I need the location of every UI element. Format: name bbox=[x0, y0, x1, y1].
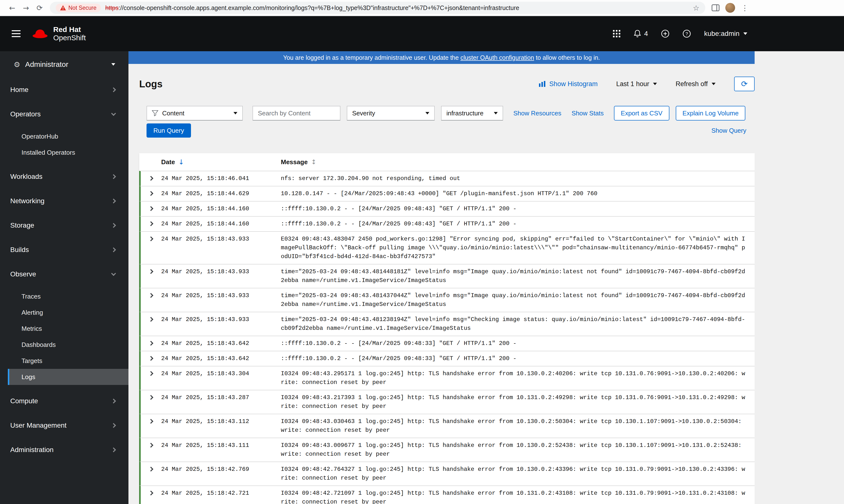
chevron-right-icon bbox=[111, 247, 116, 252]
side-panel-icon[interactable] bbox=[709, 1, 722, 14]
sidebar-item-alerting[interactable]: Alerting bbox=[0, 304, 128, 321]
banner-text-after: to allow others to log in. bbox=[534, 54, 600, 61]
masthead-tools: 4 ? kube:admin bbox=[613, 30, 832, 38]
help-icon[interactable]: ? bbox=[683, 30, 691, 38]
refresh-interval-dropdown[interactable]: Refresh off bbox=[675, 80, 716, 88]
attribute-filter-dropdown[interactable]: Content bbox=[147, 106, 243, 121]
show-resources-link[interactable]: Show Resources bbox=[513, 110, 562, 117]
sidebar-item-compute[interactable]: Compute bbox=[0, 389, 128, 413]
sort-both-icon: ↕ bbox=[311, 158, 316, 166]
log-row: 24 Mar 2025, 15:18:42.769 I0324 09:48:42… bbox=[139, 462, 755, 485]
row-expand-button[interactable] bbox=[141, 486, 161, 504]
browser-profile-avatar[interactable] bbox=[725, 3, 735, 13]
export-csv-button[interactable]: Export as CSV bbox=[614, 106, 669, 121]
row-expand-button[interactable] bbox=[141, 232, 161, 264]
severity-dropdown[interactable]: Severity bbox=[347, 106, 435, 121]
sidebar-item-installed-operators[interactable]: Installed Operators bbox=[0, 144, 128, 161]
row-expand-button[interactable] bbox=[141, 171, 161, 186]
browser-menu-icon[interactable]: ⋮ bbox=[739, 1, 751, 14]
show-histogram-button[interactable]: Show Histogram bbox=[539, 80, 598, 88]
row-expand-button[interactable] bbox=[141, 462, 161, 485]
browser-reload-button[interactable]: ⟳ bbox=[33, 1, 46, 14]
content-search-field[interactable] bbox=[253, 106, 341, 121]
sidebar-item-observe[interactable]: Observe bbox=[0, 262, 128, 286]
row-expand-button[interactable] bbox=[141, 186, 161, 201]
browser-back-button[interactable]: ← bbox=[6, 1, 19, 14]
sidebar-item-user-management[interactable]: User Management bbox=[0, 413, 128, 438]
time-range-dropdown[interactable]: Last 1 hour bbox=[616, 80, 657, 88]
app-launcher-icon[interactable] bbox=[613, 30, 620, 37]
chevron-right-icon bbox=[111, 447, 116, 452]
row-expand-button[interactable] bbox=[141, 366, 161, 390]
chevron-right-icon bbox=[149, 356, 153, 361]
row-expand-button[interactable] bbox=[141, 351, 161, 366]
row-expand-button[interactable] bbox=[141, 312, 161, 336]
sidebar-item-traces[interactable]: Traces bbox=[0, 288, 128, 304]
show-stats-link[interactable]: Show Stats bbox=[572, 110, 604, 117]
row-expand-button[interactable] bbox=[141, 288, 161, 312]
add-icon[interactable] bbox=[661, 30, 669, 38]
chevron-right-icon bbox=[111, 174, 116, 179]
sidebar-item-metrics[interactable]: Metrics bbox=[0, 321, 128, 337]
sidebar-item-targets[interactable]: Targets bbox=[0, 353, 128, 369]
content-column: You are logged in as a temporary adminis… bbox=[128, 51, 755, 504]
notifications-button[interactable]: 4 bbox=[634, 30, 648, 38]
sidebar-item-workloads[interactable]: Workloads bbox=[0, 164, 128, 189]
run-query-button[interactable]: Run Query bbox=[147, 123, 191, 138]
explain-log-volume-button[interactable]: Explain Log Volume bbox=[676, 106, 745, 121]
caret-down-icon bbox=[234, 112, 237, 114]
chevron-right-icon bbox=[149, 221, 153, 226]
chevron-right-icon bbox=[111, 399, 116, 403]
perspective-switcher[interactable]: ⚙ Administrator bbox=[0, 51, 128, 77]
operators-subnav: OperatorHub Installed Operators bbox=[0, 126, 128, 164]
sidebar-item-operators[interactable]: Operators bbox=[0, 102, 128, 126]
query-toolbar: Content Severity infrastructure bbox=[139, 106, 755, 121]
row-expand-button[interactable] bbox=[141, 336, 161, 351]
sidebar-item-builds[interactable]: Builds bbox=[0, 238, 128, 262]
username: kube:admin bbox=[704, 30, 739, 38]
chevron-right-icon bbox=[149, 191, 153, 196]
log-row: 24 Mar 2025, 15:18:43.642 ::ffff:10.130.… bbox=[139, 351, 755, 366]
row-expand-button[interactable] bbox=[141, 438, 161, 462]
not-secure-warning-icon bbox=[60, 5, 66, 11]
sidebar-item-operatorhub[interactable]: OperatorHub bbox=[0, 128, 128, 144]
browser-forward-button[interactable]: → bbox=[19, 1, 32, 14]
right-gutter bbox=[755, 51, 844, 504]
chevron-right-icon bbox=[149, 490, 153, 496]
sync-icon: ⟳ bbox=[741, 79, 748, 89]
address-bar[interactable]: Not Secure https://console-openshift-con… bbox=[50, 2, 705, 14]
sidebar-item-storage[interactable]: Storage bbox=[0, 213, 128, 238]
log-table-body: 24 Mar 2025, 15:18:46.041 nfs: server 17… bbox=[139, 171, 755, 504]
chevron-right-icon bbox=[149, 395, 153, 400]
date-column-header[interactable]: Date ↓ bbox=[161, 158, 281, 166]
sidebar-item-administration[interactable]: Administration bbox=[0, 438, 128, 462]
oauth-config-link[interactable]: cluster OAuth configuration bbox=[460, 54, 534, 61]
message-column-header[interactable]: Message ↕ bbox=[281, 158, 316, 166]
sidebar-item-home[interactable]: Home bbox=[0, 77, 128, 102]
log-table: Date ↓ Message ↕ 24 Mar 2025, 15:18:46.0… bbox=[139, 153, 755, 504]
show-query-link[interactable]: Show Query bbox=[711, 127, 746, 134]
log-row: 24 Mar 2025, 15:18:42.721 I0324 09:48:42… bbox=[139, 485, 755, 504]
log-row-date: 24 Mar 2025, 15:18:43.112 bbox=[161, 414, 281, 438]
search-input[interactable] bbox=[258, 110, 335, 117]
tenant-dropdown[interactable]: infrastructure bbox=[441, 106, 503, 121]
page-header-tools: Show Histogram Last 1 hour Refresh off ⟳ bbox=[539, 77, 755, 91]
row-expand-button[interactable] bbox=[141, 265, 161, 288]
bookmark-star-icon[interactable]: ☆ bbox=[693, 4, 700, 12]
row-expand-button[interactable] bbox=[141, 414, 161, 438]
log-row-date: 24 Mar 2025, 15:18:43.933 bbox=[161, 288, 281, 312]
caret-down-icon bbox=[426, 112, 429, 114]
sidebar-item-networking[interactable]: Networking bbox=[0, 189, 128, 213]
not-secure-label: Not Secure bbox=[68, 5, 97, 11]
sidebar-item-logs[interactable]: Logs bbox=[8, 369, 128, 385]
row-expand-button[interactable] bbox=[141, 390, 161, 414]
refresh-button[interactable]: ⟳ bbox=[734, 77, 755, 91]
row-expand-button[interactable] bbox=[141, 217, 161, 231]
log-row-date: 24 Mar 2025, 15:18:43.111 bbox=[161, 438, 281, 462]
not-secure-chip[interactable]: Not Secure bbox=[56, 4, 101, 12]
sidebar-item-dashboards[interactable]: Dashboards bbox=[0, 337, 128, 353]
nav-toggle-button[interactable] bbox=[12, 30, 20, 37]
row-expand-button[interactable] bbox=[141, 201, 161, 216]
run-query-row: Run Query Show Query bbox=[139, 123, 755, 138]
user-dropdown[interactable]: kube:admin bbox=[704, 30, 747, 38]
